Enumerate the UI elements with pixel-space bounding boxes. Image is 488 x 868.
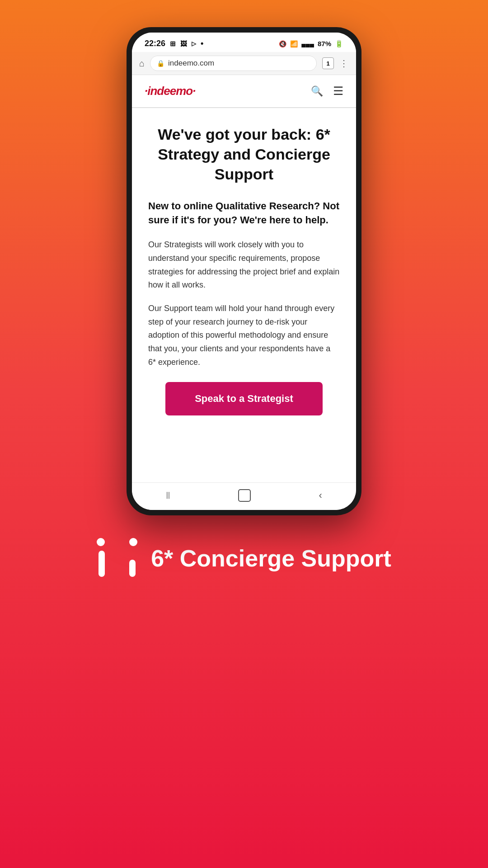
logo-dot-topleft (97, 538, 105, 546)
battery-level: 87% (318, 40, 331, 47)
address-bar[interactable]: 🔒 indeemo.com (150, 56, 317, 71)
browser-chrome: ⌂ 🔒 indeemo.com 1 ⋮ (132, 52, 356, 75)
page-content: We've got your back: 6* Strategy and Con… (132, 108, 356, 434)
status-left: 22:26 ⊞ 🖼 ▷ • (145, 39, 203, 48)
url-text: indeemo.com (168, 59, 214, 68)
logo-bar-right (129, 560, 136, 577)
status-image-icon: 🖼 (180, 40, 187, 47)
status-right: 🔇 📶 ▄▄▄ 87% 🔋 (279, 40, 343, 48)
status-dot-icon: • (201, 39, 203, 48)
subtitle-text: New to online Qualitative Research? Not … (148, 199, 340, 228)
wifi-icon: 📶 (290, 40, 298, 47)
battery-icon: 🔋 (335, 40, 343, 48)
status-play-icon: ▷ (192, 40, 196, 47)
body-paragraph-1: Our Strategists will work closely with y… (148, 238, 340, 292)
phone-screen: 22:26 ⊞ 🖼 ▷ • 🔇 📶 ▄▄▄ 87% 🔋 ⌂ 🔒 indeemo.… (132, 33, 356, 510)
signal-icon: ▄▄▄ (301, 40, 314, 47)
indeemo-logo-mark (97, 538, 137, 579)
mute-icon: 🔇 (279, 40, 286, 47)
tabs-button[interactable]: 1 (322, 57, 334, 69)
android-recents-icon[interactable]: ⫴ (166, 490, 170, 501)
menu-icon[interactable]: ☰ (333, 84, 343, 98)
bottom-tagline: 6* Concierge Support (151, 545, 391, 572)
browser-home-button[interactable]: ⌂ (139, 58, 145, 69)
page-title: We've got your back: 6* Strategy and Con… (148, 124, 340, 184)
status-time: 22:26 (145, 39, 165, 48)
tab-count: 1 (326, 60, 329, 67)
logo-bar-left (99, 551, 105, 577)
body-paragraph-2: Our Support team will hold your hand thr… (148, 302, 340, 369)
android-nav-bar: ⫴ ‹ (132, 482, 356, 510)
logo-dot-topright (129, 538, 137, 546)
nav-icons: 🔍 ☰ (311, 84, 343, 98)
android-home-icon[interactable] (238, 489, 251, 502)
status-bar: 22:26 ⊞ 🖼 ▷ • 🔇 📶 ▄▄▄ 87% 🔋 (132, 33, 356, 52)
android-back-icon[interactable]: ‹ (319, 490, 322, 501)
bottom-section: 6* Concierge Support (70, 538, 418, 579)
lock-icon: 🔒 (157, 60, 164, 67)
site-logo[interactable]: ·indeemo· (145, 84, 195, 98)
phone-shell: 22:26 ⊞ 🖼 ▷ • 🔇 📶 ▄▄▄ 87% 🔋 ⌂ 🔒 indeemo.… (127, 27, 361, 515)
site-nav: ·indeemo· 🔍 ☰ (132, 75, 356, 108)
status-grid-icon: ⊞ (170, 40, 176, 48)
speak-to-strategist-button[interactable]: Speak to a Strategist (165, 382, 323, 415)
browser-menu-button[interactable]: ⋮ (339, 58, 349, 69)
website-content: ·indeemo· 🔍 ☰ We've got your back: 6* St… (132, 75, 356, 482)
search-icon[interactable]: 🔍 (311, 85, 323, 97)
logo-text: ·indeemo· (145, 84, 195, 98)
